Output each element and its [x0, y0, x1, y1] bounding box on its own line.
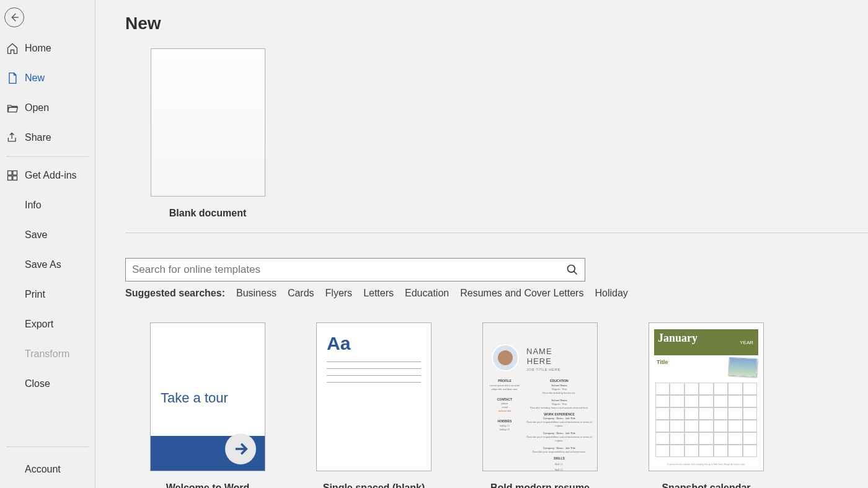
- aa-text: Aa: [327, 333, 350, 354]
- sidebar-item-label: Get Add-ins: [25, 170, 77, 181]
- calendar-header: January YEAR: [654, 329, 758, 355]
- sidebar-item-label: Account: [25, 464, 61, 475]
- template-grid: Take a tour Welcome to Word Aa Single sp…: [149, 322, 868, 488]
- lines-decoration: [327, 362, 421, 389]
- sidebar-item-label: Home: [25, 43, 51, 54]
- template-welcome-to-word[interactable]: Take a tour Welcome to Word: [149, 322, 267, 488]
- sidebar-item-label: Save: [25, 229, 47, 241]
- resume-left-column: PROFILELorem ipsum dolor sit amet adipis…: [488, 376, 521, 432]
- resume-right-column: EDUCATIONSchool NameDegree · YearDescrib…: [526, 376, 592, 471]
- template-snapshot-calendar[interactable]: January YEAR Title To personalize this c…: [647, 322, 765, 488]
- resume-name: NAME HERE: [526, 347, 552, 366]
- arrow-left-icon: [9, 12, 20, 23]
- sidebar-item-label: Info: [25, 200, 42, 211]
- suggested-business[interactable]: Business: [236, 288, 277, 299]
- search-icon: [566, 264, 578, 276]
- search-button[interactable]: [562, 260, 582, 280]
- template-thumbnail: Aa: [316, 322, 432, 471]
- sidebar-item-new[interactable]: New: [0, 63, 95, 93]
- calendar-month: January: [658, 332, 698, 345]
- svg-point-4: [568, 265, 575, 273]
- resume-job: JOB TITLE HERE: [526, 368, 560, 371]
- template-bold-modern-resume[interactable]: NAME HERE JOB TITLE HERE PROFILELorem ip…: [481, 322, 599, 488]
- sidebar-item-label: Close: [25, 378, 50, 389]
- sidebar-item-get-addins[interactable]: Get Add-ins: [0, 161, 95, 190]
- addins-icon: [6, 169, 19, 182]
- template-thumbnail: NAME HERE JOB TITLE HERE PROFILELorem ip…: [482, 322, 598, 471]
- sidebar-item-account[interactable]: Account: [0, 451, 95, 488]
- calendar-title: Title: [657, 359, 668, 365]
- suggested-flyers[interactable]: Flyers: [326, 288, 353, 299]
- main-pane: New Blank document Suggested searches: B…: [95, 0, 868, 488]
- document-icon: [6, 72, 19, 84]
- sidebar-item-home[interactable]: Home: [0, 33, 95, 63]
- sidebar-item-label: Save As: [25, 259, 61, 270]
- sidebar-item-export[interactable]: Export: [0, 309, 95, 339]
- sidebar-item-transform: Transform: [0, 339, 95, 369]
- template-label: Single spaced (blank): [315, 482, 433, 488]
- sidebar-item-label: Share: [25, 132, 51, 143]
- home-icon: [6, 42, 19, 55]
- template-label: Bold modern resume: [481, 482, 599, 488]
- sidebar-item-label: Open: [25, 102, 49, 113]
- template-label: Snapshot calendar: [647, 482, 765, 488]
- tour-text: Take a tour: [161, 390, 228, 406]
- photo-icon: [728, 357, 758, 377]
- sidebar-separator: [6, 156, 89, 157]
- template-thumbnail: Take a tour: [150, 322, 265, 471]
- sidebar-item-label: Export: [25, 319, 53, 330]
- sidebar-item-open[interactable]: Open: [0, 93, 95, 123]
- blank-document-thumbnail: [151, 48, 265, 197]
- arrow-right-icon: [225, 433, 256, 464]
- divider: [125, 233, 868, 233]
- sidebar-item-close[interactable]: Close: [0, 369, 95, 399]
- template-label: Welcome to Word: [149, 482, 267, 488]
- template-label: Blank document: [149, 208, 267, 219]
- sidebar-item-save-as[interactable]: Save As: [0, 250, 95, 280]
- avatar-icon: [492, 344, 519, 371]
- suggested-cards[interactable]: Cards: [288, 288, 314, 299]
- back-button[interactable]: [4, 7, 24, 27]
- template-search-input[interactable]: [132, 264, 562, 276]
- sidebar-separator: [6, 446, 89, 447]
- calendar-year: YEAR: [740, 340, 753, 345]
- svg-rect-1: [13, 171, 17, 175]
- calendar-grid: [655, 383, 757, 457]
- suggested-resumes[interactable]: Resumes and Cover Letters: [460, 288, 583, 299]
- suggested-education[interactable]: Education: [405, 288, 449, 299]
- sidebar-item-share[interactable]: Share: [0, 123, 95, 153]
- sidebar-item-print[interactable]: Print: [0, 280, 95, 309]
- sidebar-item-label: New: [25, 73, 45, 84]
- sidebar-item-label: Transform: [25, 348, 69, 360]
- suggested-holiday[interactable]: Holiday: [595, 288, 627, 299]
- sidebar-item-save[interactable]: Save: [0, 220, 95, 250]
- folder-open-icon: [6, 102, 19, 114]
- svg-rect-3: [13, 176, 17, 180]
- template-thumbnail: January YEAR Title To personalize this c…: [649, 322, 764, 471]
- sidebar-item-label: Print: [25, 289, 45, 300]
- share-icon: [6, 131, 19, 144]
- svg-rect-0: [8, 171, 12, 175]
- svg-rect-2: [8, 176, 12, 180]
- page-title: New: [125, 14, 868, 33]
- calendar-footnote: To personalize this calendar, click a he…: [655, 463, 757, 466]
- backstage-sidebar: Home New Open Share Get Add-ins Info Sav…: [0, 0, 95, 488]
- sidebar-item-info[interactable]: Info: [0, 190, 95, 220]
- suggested-searches: Suggested searches: Business Cards Flyer…: [125, 288, 868, 299]
- template-single-spaced[interactable]: Aa Single spaced (blank): [315, 322, 433, 488]
- template-search[interactable]: [125, 258, 585, 282]
- suggested-letters[interactable]: Letters: [363, 288, 394, 299]
- template-blank-document[interactable]: Blank document: [149, 48, 267, 219]
- suggested-label: Suggested searches:: [125, 288, 225, 299]
